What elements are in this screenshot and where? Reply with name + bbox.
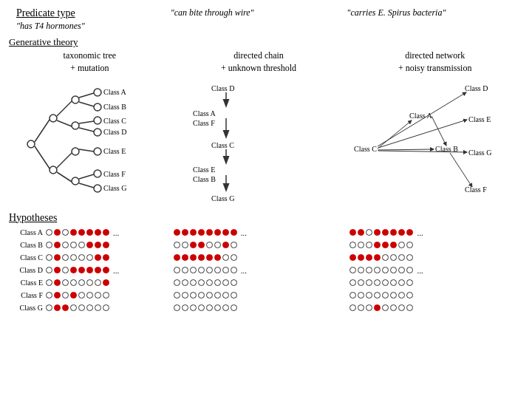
ellipsis: ... bbox=[241, 266, 247, 275]
dot bbox=[349, 304, 356, 311]
list-item: Class C bbox=[9, 252, 171, 264]
dots-row: ... bbox=[349, 266, 425, 275]
dots-row bbox=[174, 242, 237, 248]
list-item bbox=[171, 252, 347, 264]
dot bbox=[398, 254, 405, 261]
dots-row bbox=[174, 279, 237, 286]
dots-row: ... bbox=[174, 228, 249, 237]
dot bbox=[78, 279, 85, 286]
dot bbox=[95, 304, 101, 311]
hypotheses-section: Hypotheses Class A ... bbox=[9, 212, 523, 314]
svg-point-7 bbox=[72, 148, 79, 155]
dot bbox=[95, 279, 101, 286]
dot bbox=[174, 292, 180, 299]
svg-point-8 bbox=[72, 177, 79, 185]
dot bbox=[406, 254, 413, 261]
svg-point-5 bbox=[72, 96, 79, 103]
dot bbox=[103, 229, 109, 236]
dot bbox=[190, 242, 197, 248]
hyp-col3: ... bbox=[347, 227, 523, 314]
dots-row bbox=[46, 254, 109, 261]
dot bbox=[406, 292, 413, 299]
ellipsis: ... bbox=[241, 228, 247, 237]
predicate-type-section: Predicate type "has T4 hormones" "can bi… bbox=[9, 7, 523, 32]
dot bbox=[182, 267, 188, 273]
dot bbox=[103, 267, 109, 273]
dot bbox=[182, 279, 188, 286]
dot bbox=[374, 267, 381, 273]
list-item bbox=[347, 277, 523, 289]
svg-text:Class A: Class A bbox=[193, 109, 216, 117]
svg-line-58 bbox=[450, 153, 472, 187]
dot bbox=[70, 292, 77, 299]
dot bbox=[86, 229, 93, 236]
dots-row bbox=[46, 242, 109, 248]
dot bbox=[206, 267, 213, 273]
dot bbox=[54, 267, 61, 273]
dots-row bbox=[46, 279, 109, 286]
class-label: Class G bbox=[9, 304, 43, 312]
svg-text:Class C: Class C bbox=[211, 141, 234, 149]
dots-row bbox=[174, 304, 237, 311]
dot bbox=[54, 254, 61, 261]
dot bbox=[206, 254, 213, 261]
dot bbox=[70, 304, 77, 311]
dot bbox=[46, 242, 52, 248]
class-label: Class D bbox=[9, 266, 43, 274]
dot bbox=[390, 242, 397, 248]
svg-line-3 bbox=[35, 120, 50, 142]
hyp-col2: ... bbox=[171, 227, 347, 314]
dot bbox=[46, 292, 52, 299]
list-item bbox=[347, 252, 523, 264]
dot bbox=[70, 267, 77, 273]
dot bbox=[70, 254, 77, 261]
dot bbox=[95, 267, 101, 273]
dot bbox=[86, 254, 93, 261]
dots-row bbox=[46, 304, 109, 311]
svg-point-0 bbox=[27, 140, 35, 148]
dot bbox=[198, 242, 205, 248]
ellipsis: ... bbox=[113, 266, 119, 275]
col3-theory: directed network + noisy transmission bbox=[347, 50, 523, 75]
dot bbox=[222, 292, 229, 299]
svg-text:Class D: Class D bbox=[103, 128, 126, 136]
dot bbox=[366, 304, 372, 311]
main-content: Generative theory taxonomic tree + mutat… bbox=[9, 36, 523, 211]
dot bbox=[70, 229, 77, 236]
list-item: Class D ... bbox=[9, 265, 171, 276]
network-svg: Class D Class A Class E Class C Class B … bbox=[347, 78, 509, 214]
network-diagram: Class D Class A Class E Class C Class B … bbox=[347, 78, 509, 211]
col1-predicate: "has T4 hormones" bbox=[16, 21, 171, 32]
predicate-type-title: Predicate type bbox=[16, 7, 171, 19]
svg-line-20 bbox=[79, 93, 94, 98]
svg-point-2 bbox=[50, 166, 57, 174]
dot bbox=[366, 267, 372, 273]
dots-row bbox=[174, 254, 237, 261]
tree-svg: Class A Class B Class C Class D Class E … bbox=[9, 78, 157, 211]
dot bbox=[78, 242, 85, 248]
dot bbox=[214, 254, 221, 261]
dot bbox=[366, 254, 372, 261]
hyp-col1: Class A ... Class B bbox=[9, 227, 171, 314]
svg-point-14 bbox=[94, 103, 101, 111]
dots-row: ... bbox=[46, 266, 121, 275]
col1: Generative theory taxonomic tree + mutat… bbox=[9, 36, 171, 211]
svg-text:Class B: Class B bbox=[193, 175, 216, 183]
list-item: Class G bbox=[9, 302, 171, 314]
svg-line-23 bbox=[79, 128, 94, 132]
dot bbox=[174, 254, 180, 261]
dot bbox=[70, 242, 77, 248]
dot bbox=[78, 229, 85, 236]
dot bbox=[206, 229, 213, 236]
dot bbox=[62, 254, 69, 261]
dot bbox=[214, 304, 221, 311]
dot bbox=[46, 229, 52, 236]
list-item: ... bbox=[347, 265, 523, 276]
dot bbox=[95, 292, 101, 299]
ellipsis: ... bbox=[417, 266, 423, 275]
svg-line-26 bbox=[79, 183, 94, 188]
dot bbox=[222, 279, 229, 286]
dot bbox=[382, 229, 389, 236]
dot bbox=[406, 242, 413, 248]
dot bbox=[358, 254, 364, 261]
